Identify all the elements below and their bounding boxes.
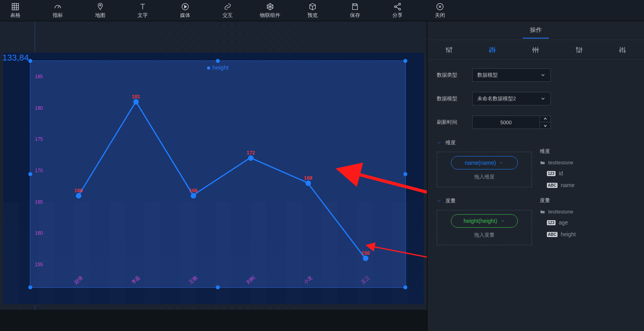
sliders-icon[interactable] [445, 46, 453, 54]
play-circle-icon [181, 2, 190, 11]
chip-text: height(height) [464, 218, 497, 224]
dimension-title: 维度 [445, 139, 456, 146]
prop-refresh: 刷新时间 5000 [437, 116, 635, 129]
data-point[interactable] [191, 193, 196, 199]
tree-dim-title: 维度 [540, 148, 635, 155]
toolbar-table[interactable]: 表格 [0, 2, 31, 19]
toolbar-preview[interactable]: 预览 [297, 2, 328, 19]
svg-point-6 [99, 4, 101, 6]
svg-point-51 [580, 48, 582, 50]
data-point[interactable] [133, 99, 139, 105]
chevron-down-icon [437, 199, 442, 203]
gauge-icon [53, 2, 62, 11]
field-age[interactable]: 123 age [540, 219, 635, 226]
line-chart: height 155160165170175180185赵倩李磊王晓刘刚小龙王三… [30, 61, 405, 287]
sliders-icon[interactable] [575, 46, 583, 54]
toolbar-label: 物联组件 [260, 12, 280, 19]
chevron-down-icon [543, 124, 547, 128]
data-label: 181 [132, 94, 140, 99]
y-tick: 170 [35, 168, 43, 173]
sliders-icon[interactable] [618, 46, 627, 54]
field-id[interactable]: 123 id [540, 170, 635, 177]
toolbar-label: 关闭 [435, 12, 445, 19]
coordinate-readout: 133,84 [2, 53, 29, 63]
prop-data-type: 数据类型 数据模型 [437, 68, 635, 82]
data-point[interactable] [248, 155, 254, 161]
y-tick: 180 [35, 105, 43, 111]
sliders-icon-active[interactable] [488, 46, 497, 54]
measure-section-head[interactable]: 度量 [437, 197, 532, 204]
chevron-down-icon [540, 96, 546, 101]
data-label: 166 [189, 188, 198, 193]
field-label: age [559, 219, 568, 226]
y-tick: 160 [35, 230, 43, 236]
chevron-down-icon [500, 219, 505, 223]
svg-point-44 [535, 49, 537, 50]
toolbar-label: 文字 [138, 12, 148, 19]
svg-point-45 [537, 49, 539, 50]
spinner-up[interactable] [540, 116, 550, 122]
toolbar-label: 分享 [392, 12, 403, 19]
refresh-spinner[interactable]: 5000 [472, 116, 551, 129]
toolbar-media[interactable]: 媒体 [170, 2, 201, 19]
dimension-placeholder: 拖入维度 [474, 173, 495, 180]
svg-point-55 [620, 50, 621, 51]
measure-chip-height[interactable]: height(height) [451, 214, 518, 228]
type-badge-abc: ABC [547, 183, 558, 188]
toolbar-map[interactable]: 地图 [85, 2, 116, 19]
settings-subtab-row [427, 40, 644, 60]
chevron-down-icon [437, 140, 442, 145]
x-circle-icon [436, 2, 444, 11]
toolbar-close[interactable]: 关闭 [425, 2, 455, 19]
tree-table-mea[interactable]: testtestone [540, 209, 635, 215]
tree-table-dim[interactable]: testtestone [540, 160, 635, 166]
field-height[interactable]: ABC height [540, 231, 635, 237]
network-icon [266, 2, 274, 11]
measure-dropzone[interactable]: height(height) 拖入度量 [437, 210, 532, 245]
tab-operate[interactable]: 操作 [523, 22, 549, 39]
toolbar-label: 媒体 [180, 12, 190, 19]
label-refresh: 刷新时间 [437, 119, 472, 126]
svg-point-32 [448, 50, 450, 51]
folder-icon [540, 209, 545, 215]
toolbar-label: 预览 [307, 12, 318, 19]
chip-text: name(name) [465, 160, 496, 166]
chevron-up-icon [543, 117, 547, 121]
toolbar-iot[interactable]: 物联组件 [255, 2, 285, 19]
toolbar-label: 表格 [10, 12, 20, 19]
field-name[interactable]: ABC name [540, 182, 635, 188]
select-data-model[interactable]: 未命名数据模型2 [472, 92, 551, 105]
dimension-dropzone[interactable]: name(name) 拖入维度 [437, 152, 532, 187]
data-point[interactable] [76, 193, 81, 199]
data-label: 166 [74, 188, 83, 193]
panel-body: 数据类型 数据模型 数据模型 未命名数据模型2 刷新时间 5000 [427, 60, 644, 331]
dimension-chip-name[interactable]: name(name) [451, 156, 518, 169]
spinner-down[interactable] [540, 122, 550, 129]
data-point[interactable] [305, 180, 311, 186]
selected-chart[interactable]: height 155160165170175180185赵倩李磊王晓刘刚小龙王三… [30, 61, 406, 288]
toolbar-save[interactable]: 保存 [340, 2, 370, 19]
toolbar-label: 保存 [350, 12, 360, 19]
svg-point-31 [446, 48, 448, 50]
toolbar-metric[interactable]: 指标 [42, 2, 73, 19]
toolbar-interact[interactable]: 交互 [212, 2, 243, 19]
type-badge-abc: ABC [547, 232, 558, 237]
label-data-model: 数据模型 [437, 95, 472, 102]
svg-point-33 [451, 47, 452, 49]
svg-point-39 [494, 50, 495, 51]
dimension-section-head[interactable]: 维度 [437, 139, 532, 146]
sliders-icon[interactable] [531, 46, 540, 54]
label-data-type: 数据类型 [437, 72, 472, 79]
panel-tab-row: 操作 [427, 21, 644, 40]
canvas-workspace[interactable]: 133,84 height 155160165170175180185赵倩李磊王… [0, 21, 427, 310]
select-data-type[interactable]: 数据模型 [472, 68, 551, 82]
data-point[interactable] [363, 256, 368, 261]
chevron-down-icon [540, 72, 546, 78]
svg-line-21 [396, 4, 399, 6]
svg-rect-17 [353, 4, 356, 6]
grid-icon [11, 2, 20, 11]
toolbar-share[interactable]: 分享 [382, 2, 413, 19]
pin-icon [96, 2, 105, 11]
svg-point-37 [489, 50, 491, 51]
toolbar-text[interactable]: 文字 [127, 2, 158, 19]
